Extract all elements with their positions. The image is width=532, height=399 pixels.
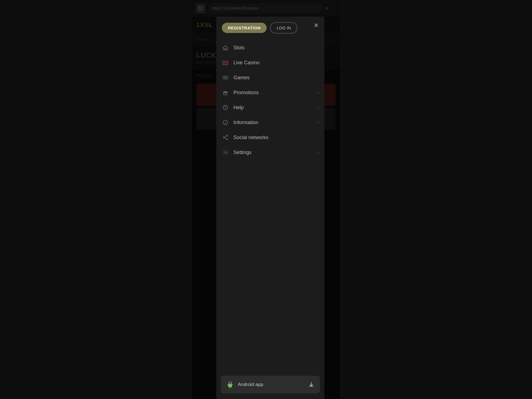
svg-point-20 (225, 152, 226, 153)
phone-frame: https://1xslot666059.top/en ≡ ⋮ 1XSL Sea… (192, 0, 340, 399)
home-icon (222, 44, 229, 51)
gift-icon (222, 89, 229, 96)
android-app-button[interactable]: Android app (221, 376, 320, 393)
android-icon (226, 381, 234, 388)
svg-point-18 (223, 137, 225, 138)
svg-point-17 (226, 135, 228, 136)
svg-rect-4 (225, 48, 226, 50)
svg-point-10 (226, 78, 227, 78)
registration-button[interactable]: REGISTRATION (222, 23, 267, 33)
promotions-label: Promotions (234, 90, 313, 96)
share-icon (222, 134, 229, 141)
settings-chevron-icon: › (317, 150, 319, 155)
svg-point-22 (231, 383, 231, 383)
help-icon (222, 104, 229, 111)
menu-item-social-networks[interactable]: Social networks (216, 130, 324, 145)
gamepad-icon (222, 74, 229, 81)
settings-label: Settings (234, 150, 313, 155)
menu-item-information[interactable]: Information › (216, 115, 324, 130)
information-chevron-icon: › (317, 120, 319, 125)
svg-point-7 (226, 62, 227, 63)
svg-rect-5 (223, 61, 228, 65)
gear-icon (222, 149, 229, 156)
android-app-text: Android app (238, 382, 264, 387)
svg-point-21 (229, 383, 229, 383)
menu-item-slots[interactable]: Slots (216, 40, 324, 55)
drawer-header: REGISTRATION LOG IN ✕ (216, 17, 324, 38)
social-networks-label: Social networks (234, 135, 319, 140)
slots-label: Slots (234, 45, 319, 51)
svg-point-16 (225, 121, 226, 122)
info-icon (222, 119, 229, 126)
live-casino-label: Live Casino (234, 60, 319, 66)
android-app-left: Android app (226, 381, 264, 388)
svg-point-9 (226, 77, 227, 78)
menu-item-promotions[interactable]: Promotions › (216, 85, 324, 100)
help-label: Help (234, 105, 313, 111)
login-button[interactable]: LOG IN (270, 22, 298, 34)
close-drawer-button[interactable]: ✕ (312, 21, 321, 30)
information-label: Information (234, 120, 313, 126)
svg-point-6 (224, 62, 225, 63)
live-casino-icon (222, 59, 229, 66)
menu-item-games[interactable]: Games (216, 70, 324, 85)
promotions-chevron-icon: › (317, 90, 319, 95)
svg-point-14 (225, 109, 226, 109)
navigation-drawer: REGISTRATION LOG IN ✕ Slots (216, 17, 324, 399)
svg-point-19 (226, 139, 228, 140)
help-chevron-icon: › (317, 105, 319, 110)
menu-item-live-casino[interactable]: Live Casino (216, 55, 324, 70)
menu-list: Slots Live Casino (216, 38, 324, 376)
download-icon (308, 382, 314, 388)
games-label: Games (234, 75, 319, 81)
menu-item-help[interactable]: Help › (216, 100, 324, 115)
menu-item-settings[interactable]: Settings › (216, 145, 324, 160)
